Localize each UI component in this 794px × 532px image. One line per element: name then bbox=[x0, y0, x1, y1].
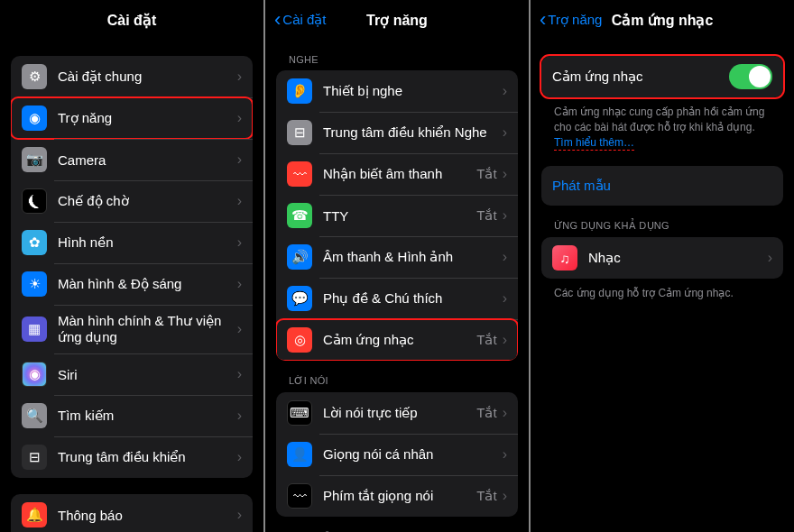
back-label: Cài đặt bbox=[282, 12, 326, 28]
chevron-right-icon: › bbox=[503, 124, 507, 141]
footer-text: Các ứng dụng hỗ trợ Cảm ứng nhạc. bbox=[541, 279, 783, 301]
page-title: Cài đặt bbox=[0, 12, 263, 29]
list-item[interactable]: ◉Siri› bbox=[11, 353, 253, 395]
livespeech-icon: ⌨ bbox=[287, 400, 312, 426]
gear-icon: ⚙︎ bbox=[22, 64, 47, 89]
chevron-right-icon: › bbox=[768, 250, 772, 266]
search-icon: 🔍 bbox=[22, 403, 47, 428]
list-item[interactable]: 〰Phím tắt giọng nóiTắt› bbox=[276, 475, 518, 517]
chevron-right-icon: › bbox=[503, 332, 507, 348]
item-label: Nhạc bbox=[588, 250, 768, 266]
list-item[interactable]: ◎Cảm ứng nhạcTắt› bbox=[276, 319, 518, 361]
list-item[interactable]: 💬Phụ đề & Chú thích› bbox=[276, 278, 518, 319]
chevron-right-icon: › bbox=[237, 151, 242, 168]
list-item[interactable]: ⚙︎Cài đặt chung› bbox=[11, 56, 253, 97]
list-item[interactable]: 🔊Âm thanh & Hình ảnh› bbox=[276, 236, 518, 278]
settings-group: 🔔Thông báo›🔊Âm thanh & Cảm ứng›☾Tập trun… bbox=[11, 494, 253, 532]
description-text: Cảm ứng nhạc cung cấp phản hồi cảm ứng c… bbox=[541, 97, 783, 150]
chevron-right-icon: › bbox=[237, 193, 242, 209]
back-button[interactable]: ‹ Trợ năng bbox=[540, 10, 602, 30]
shortcut-icon: 〰 bbox=[287, 483, 312, 509]
music-haptics-toggle-row[interactable]: Cảm ứng nhạc bbox=[541, 56, 783, 97]
item-label: Camera bbox=[58, 152, 237, 168]
list-item[interactable]: ☀Màn hình & Độ sáng› bbox=[11, 263, 253, 305]
settings-panel: Cài đặt ⚙︎Cài đặt chung›◉Trợ năng›📷Camer… bbox=[0, 0, 263, 532]
item-value: Tắt bbox=[476, 488, 496, 504]
settings-group: 👂Thiết bị nghe›⊟Trung tâm điều khiển Ngh… bbox=[276, 70, 518, 361]
back-button[interactable]: ‹ Cài đặt bbox=[274, 10, 327, 30]
list-item[interactable]: 〰Nhận biết âm thanhTắt› bbox=[276, 153, 518, 195]
brightness-icon: ☀ bbox=[22, 271, 47, 297]
item-label: Cài đặt chung bbox=[58, 69, 237, 85]
toggle-switch[interactable] bbox=[729, 64, 772, 89]
settings-group: ⚙︎Cài đặt chung›◉Trợ năng›📷Camera›⏾Chế đ… bbox=[11, 56, 253, 478]
list-item[interactable]: ☎TTYTắt› bbox=[276, 195, 518, 236]
subtitle-icon: 💬 bbox=[287, 286, 312, 311]
item-value: Tắt bbox=[476, 405, 496, 421]
chevron-right-icon: › bbox=[237, 110, 242, 126]
section-header: NGHE bbox=[276, 40, 518, 70]
item-label: Màn hình & Độ sáng bbox=[58, 276, 237, 292]
section-header: PHỤ KIỆN bbox=[276, 517, 518, 532]
list-item[interactable]: ♫Nhạc› bbox=[541, 237, 783, 279]
soundrec-icon: 〰 bbox=[287, 161, 312, 187]
item-label: Phụ đề & Chú thích bbox=[323, 290, 503, 307]
chevron-right-icon: › bbox=[237, 276, 242, 292]
list-item[interactable]: ◉Trợ năng› bbox=[11, 97, 253, 139]
play-sample-label: Phát mẫu bbox=[552, 178, 772, 194]
list-item[interactable]: ✿Hình nền› bbox=[11, 222, 253, 263]
learn-more-link[interactable]: Tìm hiểu thêm… bbox=[554, 136, 634, 151]
chevron-right-icon: › bbox=[503, 290, 507, 307]
item-value: Tắt bbox=[476, 166, 496, 182]
list-item[interactable]: ⏾Chế độ chờ› bbox=[11, 180, 253, 222]
toggle-group: Cảm ứng nhạc bbox=[541, 56, 783, 97]
item-label: Siri bbox=[58, 367, 237, 382]
settings-group: ⌨Lời nói trực tiếpTắt›👤Giọng nói cá nhân… bbox=[276, 392, 518, 517]
standby-icon: ⏾ bbox=[22, 188, 47, 214]
hearingcc-icon: ⊟ bbox=[287, 120, 312, 145]
chevron-right-icon: › bbox=[503, 405, 507, 421]
siri-icon: ◉ bbox=[22, 362, 47, 387]
item-label: Nhận biết âm thanh bbox=[323, 166, 476, 182]
list-item[interactable]: ▦Màn hình chính & Thư viện ứng dụng› bbox=[11, 305, 253, 353]
header: Cài đặt bbox=[0, 0, 263, 40]
header: ‹ Cài đặt Trợ năng bbox=[265, 0, 529, 40]
item-value: Tắt bbox=[476, 332, 496, 348]
wallpaper-icon: ✿ bbox=[22, 230, 47, 255]
chevron-left-icon: ‹ bbox=[274, 10, 281, 30]
list-item[interactable]: 👤Giọng nói cá nhân› bbox=[276, 434, 518, 475]
apps-header: ỨNG DỤNG KHẢ DỤNG bbox=[541, 206, 783, 237]
item-label: Thiết bị nghe bbox=[323, 83, 503, 99]
chevron-right-icon: › bbox=[503, 83, 507, 99]
chevron-right-icon: › bbox=[503, 446, 507, 463]
list-item[interactable]: 👂Thiết bị nghe› bbox=[276, 70, 518, 112]
chevron-left-icon: ‹ bbox=[540, 10, 546, 30]
item-value: Tắt bbox=[476, 207, 496, 224]
list-item[interactable]: ⌨Lời nói trực tiếpTắt› bbox=[276, 392, 518, 434]
chevron-right-icon: › bbox=[237, 321, 242, 337]
chevron-right-icon: › bbox=[237, 69, 242, 85]
item-label: Màn hình chính & Thư viện ứng dụng bbox=[58, 313, 237, 345]
music-haptics-content: Cảm ứng nhạc Cảm ứng nhạc cung cấp phản … bbox=[531, 40, 794, 532]
settings-list[interactable]: ⚙︎Cài đặt chung›◉Trợ năng›📷Camera›⏾Chế đ… bbox=[0, 40, 263, 532]
av-icon: 🔊 bbox=[287, 244, 312, 270]
chevron-right-icon: › bbox=[237, 449, 242, 465]
sample-group: Phát mẫu bbox=[541, 166, 783, 206]
chevron-right-icon: › bbox=[237, 507, 242, 523]
tty-icon: ☎ bbox=[287, 203, 312, 228]
list-item[interactable]: 📷Camera› bbox=[11, 139, 253, 180]
item-label: Lời nói trực tiếp bbox=[323, 405, 476, 421]
play-sample-button[interactable]: Phát mẫu bbox=[541, 166, 783, 206]
music-haptics-panel: ‹ Trợ năng Cảm ứng nhạc Cảm ứng nhạc Cảm… bbox=[531, 0, 794, 532]
item-label: Hình nền bbox=[58, 234, 237, 251]
section-header: LỜI NÓI bbox=[276, 361, 518, 392]
list-item[interactable]: ⊟Trung tâm điều khiển Nghe› bbox=[276, 112, 518, 153]
list-item[interactable]: ⊟Trung tâm điều khiển› bbox=[11, 436, 253, 478]
accessibility-list[interactable]: NGHE👂Thiết bị nghe›⊟Trung tâm điều khiển… bbox=[265, 40, 529, 532]
item-label: Tìm kiếm bbox=[58, 408, 237, 424]
list-item[interactable]: 🔔Thông báo› bbox=[11, 494, 253, 532]
apps-group: ♫Nhạc› bbox=[541, 237, 783, 279]
list-item[interactable]: 🔍Tìm kiếm› bbox=[11, 395, 253, 436]
item-label: Âm thanh & Hình ảnh bbox=[323, 249, 503, 265]
controlcenter-icon: ⊟ bbox=[22, 445, 47, 470]
